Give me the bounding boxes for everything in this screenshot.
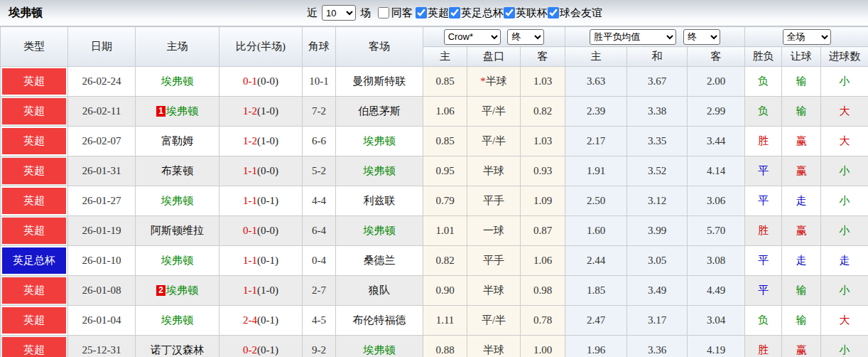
table-row: 英足总杯26-01-10埃弗顿1-1(0-1)0-4桑德兰0.82平手1.062… <box>1 246 868 276</box>
league-filter-checkbox[interactable] <box>449 7 460 18</box>
home-team-name: 埃弗顿 <box>161 195 193 206</box>
avg-draw-cell: 3.38 <box>627 97 688 127</box>
odds-home-cell: 0.85 <box>423 67 467 97</box>
col-header-avg-away: 客 <box>688 47 745 67</box>
avg-draw-cell: 3.17 <box>627 306 688 336</box>
league-filter-checkbox[interactable] <box>548 7 559 18</box>
odds-home-cell: 0.95 <box>423 156 467 186</box>
col-header-odds-away: 客 <box>521 47 565 67</box>
col-header-goals: 进球数 <box>821 47 868 67</box>
col-header-score: 比分(半场) <box>219 27 303 67</box>
avg-away-cell: 3.06 <box>688 186 745 216</box>
odds-home-cell: 0.88 <box>423 336 467 357</box>
col-header-avg-home: 主 <box>565 47 627 67</box>
corners-cell: 0-4 <box>303 246 336 276</box>
recent-label: 近 <box>307 6 318 20</box>
home-team-name: 埃弗顿 <box>166 284 198 296</box>
avg-away-cell: 4.19 <box>688 336 745 357</box>
league-filter-2[interactable]: 英联杯 <box>504 6 548 20</box>
result-handicap-cell: 输 <box>782 276 821 306</box>
league-filter-0[interactable]: 英超 <box>416 6 449 20</box>
same-away-label[interactable]: 同客 <box>391 6 413 20</box>
away-team-name: 埃弗顿 <box>364 225 396 236</box>
type-cell: 英足总杯 <box>1 246 68 276</box>
result-handicap-cell: 输 <box>782 67 821 97</box>
red-card-badge: 1 <box>156 106 166 117</box>
league-type-badge: 英足总杯 <box>2 247 66 274</box>
result-handicap-cell: 输 <box>782 306 821 336</box>
away-team-cell: 伯恩茅斯 <box>336 97 423 127</box>
corners-cell: 7-2 <box>303 97 336 127</box>
odds-away-cell: 1.00 <box>521 336 565 357</box>
result-wdl-cell: 胜 <box>745 336 782 357</box>
league-filter-checkbox[interactable] <box>504 7 515 18</box>
league-type-badge: 英超 <box>2 307 66 334</box>
result-wdl-cell: 胜 <box>745 127 782 156</box>
score-cell: 0-2(0-1) <box>219 336 303 357</box>
league-filter-1[interactable]: 英足总杯 <box>449 6 504 20</box>
type-cell: 英超 <box>1 216 68 246</box>
away-team-cell: 埃弗顿 <box>336 127 423 156</box>
home-team-cell: 埃弗顿 <box>136 67 219 97</box>
league-type-badge: 英超 <box>2 277 66 304</box>
league-filter-3[interactable]: 球会友谊 <box>548 6 602 20</box>
avg-home-cell: 1.91 <box>565 156 627 186</box>
fulltime-score: 1-1 <box>243 284 257 296</box>
result-goals-cell: 小 <box>821 67 868 97</box>
result-scope-select[interactable]: 全场 <box>783 29 831 45</box>
halftime-score: (0-1) <box>257 314 278 326</box>
result-wdl-cell: 负 <box>745 306 782 336</box>
type-cell: 英超 <box>1 186 68 216</box>
result-goals-cell: 小 <box>821 216 868 246</box>
score-cell: 1-1(0-0) <box>219 156 303 186</box>
avg-draw-cell: 3.05 <box>627 246 688 276</box>
table-row: 英超26-01-31布莱顿1-1(0-0)5-2埃弗顿0.95半球0.931.9… <box>1 156 868 186</box>
score-cell: 1-2(1-0) <box>219 127 303 156</box>
col-header-away: 客场 <box>336 27 423 67</box>
away-team-name: 埃弗顿 <box>364 344 396 356</box>
table-row: 英超26-01-082埃弗顿1-1(1-0)2-7狼队0.90半球0.981.8… <box>1 276 868 306</box>
odds-provider-select[interactable]: Crow* <box>444 29 501 45</box>
result-wdl-cell: 平 <box>745 246 782 276</box>
halftime-score: (0-0) <box>257 75 278 87</box>
league-filter-checkbox[interactable] <box>416 7 427 18</box>
odds-home-cell: 0.90 <box>423 276 467 306</box>
col-header-handicap: 让球 <box>782 47 821 67</box>
same-away-checkbox[interactable] <box>378 7 389 18</box>
home-team-name: 埃弗顿 <box>161 255 193 266</box>
odds-away-cell: 0.93 <box>521 156 565 186</box>
fulltime-score: 1-1 <box>243 195 257 206</box>
type-cell: 英超 <box>1 67 68 97</box>
matches-label: 场 <box>360 6 371 20</box>
avg-type-select[interactable]: 胜平负均值 <box>590 29 676 45</box>
result-goals-cell: 走 <box>821 246 868 276</box>
date-cell: 26-01-04 <box>68 306 136 336</box>
avg-time-select[interactable]: 终 <box>683 29 720 45</box>
away-team-cell: 利兹联 <box>336 186 423 216</box>
away-team-name: 狼队 <box>369 284 390 296</box>
league-type-badge: 英超 <box>2 98 66 124</box>
avg-away-cell: 5.70 <box>688 216 745 246</box>
col-header-date: 日期 <box>68 27 136 67</box>
home-team-name: 阿斯顿维拉 <box>151 225 204 236</box>
date-cell: 26-02-24 <box>68 67 136 97</box>
result-handicap-cell: 输 <box>782 97 821 127</box>
odds-line-cell: 平/半 <box>467 127 521 156</box>
away-team-name: 曼彻斯特联 <box>353 75 406 87</box>
odds-away-cell: 0.87 <box>521 216 565 246</box>
home-team-name: 布莱顿 <box>161 165 193 176</box>
halftime-score: (1-0) <box>257 135 278 146</box>
table-row: 英超26-02-24埃弗顿0-1(0-0)10-1曼彻斯特联0.85*半球1.0… <box>1 67 868 97</box>
odds-away-cell: 0.78 <box>521 306 565 336</box>
corners-cell: 6-6 <box>303 127 336 156</box>
date-cell: 26-01-27 <box>68 186 136 216</box>
avg-home-cell: 3.63 <box>565 67 627 97</box>
avg-home-cell: 2.47 <box>565 306 627 336</box>
odds-home-cell: 1.06 <box>423 97 467 127</box>
league-type-badge: 英超 <box>2 128 66 154</box>
result-handicap-cell: 赢 <box>782 127 821 156</box>
title-bar: 埃弗顿 近 10 场 同客 英超英足总杯英联杯球会友谊 <box>0 0 868 26</box>
type-cell: 英超 <box>1 97 68 127</box>
odds-time-select[interactable]: 终 <box>507 29 544 45</box>
recent-count-select[interactable]: 10 <box>322 5 356 21</box>
